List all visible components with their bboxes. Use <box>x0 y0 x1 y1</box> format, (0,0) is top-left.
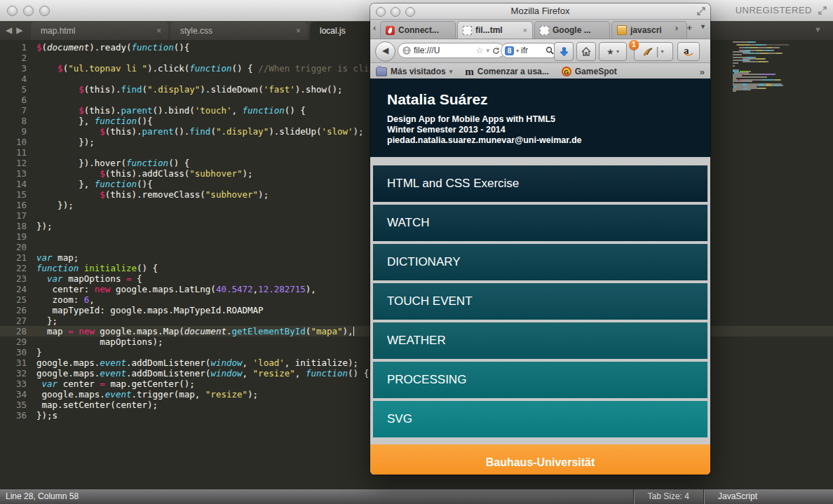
line-number: 21 <box>0 252 27 263</box>
tab-label: map.html <box>41 26 75 36</box>
menu-item[interactable]: DICTIONARY <box>373 244 707 280</box>
browser-tab[interactable]: Google ... <box>534 21 610 39</box>
m-site-icon: m <box>465 67 474 76</box>
header-subtitle-2: Winter Semester 2013 - 2014 <box>387 125 710 135</box>
tab-nav-back-icon[interactable]: ◀ <box>6 25 16 35</box>
firefox-navbar: ◀ file:///U ☆ ▾ 8 ▾ ifr <box>370 39 710 63</box>
firefox-window-controls <box>376 7 415 17</box>
line-number: 34 <box>0 389 27 400</box>
editor-tab[interactable]: style.css× <box>170 22 308 40</box>
notification-badge: 1 <box>629 40 639 50</box>
close-window-button[interactable] <box>7 6 18 16</box>
tab-overflow-icon[interactable]: ▼ <box>814 25 822 34</box>
minimap[interactable] <box>733 41 794 92</box>
addon-button-group[interactable]: | ▾ <box>634 42 673 61</box>
tab-close-icon[interactable]: × <box>296 22 301 40</box>
search-text[interactable]: ifr <box>521 46 543 55</box>
home-icon <box>581 47 591 56</box>
line-number: 30 <box>0 347 27 357</box>
amazon-button[interactable]: a <box>677 42 700 61</box>
status-cells: Tab Size: 4JavaScript <box>633 489 771 504</box>
menu-item[interactable]: PROCESSING <box>373 362 707 398</box>
amazon-icon: a <box>684 47 693 56</box>
close-window-button[interactable] <box>376 7 386 17</box>
bookmark-item[interactable]: GGameSpot <box>562 67 617 76</box>
browser-tab[interactable]: Connect... <box>380 21 456 39</box>
zoom-window-button[interactable] <box>405 7 415 17</box>
page-header: Natalia Suárez Design App for Mobile App… <box>370 79 710 157</box>
menu-item[interactable]: SVG <box>373 401 707 437</box>
bookmarks-dropdown-icon: ▾ <box>616 48 619 55</box>
minimize-window-button[interactable] <box>23 6 34 16</box>
line-number: 7 <box>0 105 27 116</box>
sublime-statusbar: Line 28, Column 58 Tab Size: 4JavaScript <box>0 489 833 504</box>
minimize-window-button[interactable] <box>391 7 400 17</box>
line-number: 31 <box>0 357 27 368</box>
js-tab-icon <box>617 25 627 35</box>
menu-item[interactable]: WEATHER <box>373 322 707 359</box>
home-button[interactable] <box>576 42 596 61</box>
bookmarks-menu-button[interactable]: ★ ▾ <box>599 42 627 61</box>
page-title: Natalia Suárez <box>387 91 710 108</box>
bookmarks-overflow-icon[interactable]: » <box>700 67 705 77</box>
tab-label: Google ... <box>553 25 591 35</box>
search-engine-dropdown-icon[interactable]: ▾ <box>516 48 519 54</box>
list-tabs-icon[interactable]: ▾ <box>701 22 705 30</box>
line-number: 17 <box>0 210 27 221</box>
menu-item[interactable]: TOUCH EVENT <box>373 283 707 320</box>
menu-item[interactable]: HTML and CSS Exercise <box>373 165 707 202</box>
tab-close-icon[interactable]: × <box>523 26 527 34</box>
bookmark-item[interactable]: mComenzar a usa... <box>465 67 549 76</box>
line-number: 6 <box>0 95 27 105</box>
syntax-label[interactable]: JavaScript <box>703 489 771 504</box>
line-number: 1 <box>0 42 27 53</box>
tab-nav-forward-icon[interactable]: ▶ <box>16 25 27 35</box>
bookmark-label: Comenzar a usa... <box>478 67 549 76</box>
search-magnifier-icon[interactable] <box>546 46 554 55</box>
unregistered-label: UNREGISTERED <box>736 5 812 15</box>
line-number: 22 <box>0 263 27 273</box>
line-number: 32 <box>0 368 27 379</box>
line-number: 8 <box>0 116 27 126</box>
line-number-gutter: 1234567891011121314151617181920212223242… <box>0 42 27 421</box>
line-number: 14 <box>0 179 27 189</box>
scroll-tabs-left-icon[interactable]: ‹ <box>373 22 376 33</box>
editor-tab[interactable]: map.html× <box>31 22 168 40</box>
text-caret <box>353 327 354 336</box>
back-button[interactable]: ◀ <box>375 41 395 62</box>
search-engine-icon[interactable]: 8 <box>505 46 514 55</box>
url-text[interactable]: file:///U <box>414 46 473 55</box>
tab-size-label[interactable]: Tab Size: 4 <box>633 489 703 504</box>
new-tab-button[interactable]: + <box>686 22 692 33</box>
resize-icon[interactable] <box>696 6 706 16</box>
url-dropdown-icon[interactable]: ▾ <box>486 47 489 54</box>
line-number: 15 <box>0 189 27 200</box>
url-bar[interactable]: file:///U ☆ ▾ <box>398 43 505 58</box>
line-number: 10 <box>0 137 27 147</box>
line-number: 3 <box>0 63 27 74</box>
search-bar[interactable]: 8 ▾ ifr <box>501 43 558 58</box>
zoom-window-button[interactable] <box>39 6 50 16</box>
header-subtitle-1: Design App for Mobile Apps with HTML5 <box>387 114 710 125</box>
line-number: 24 <box>0 284 27 294</box>
line-number: 18 <box>0 221 27 231</box>
page-footer-link[interactable]: Bauhaus-Universität <box>370 444 710 475</box>
line-number: 2 <box>0 53 27 63</box>
line-number: 23 <box>0 273 27 284</box>
scroll-tabs-right-icon[interactable]: › <box>675 22 678 33</box>
line-number: 13 <box>0 168 27 179</box>
menu-item[interactable]: WATCH <box>373 205 707 241</box>
browser-tab[interactable]: fil...tml× <box>457 21 533 39</box>
firefox-window: Mozilla Firefox ‹ Connect...fil...tml×Go… <box>370 4 710 475</box>
downloads-button[interactable] <box>554 42 574 61</box>
firefox-tab-strip: Connect...fil...tml×Google ...javascri <box>380 21 687 39</box>
cursor-position-label[interactable]: Line 28, Column 58 <box>6 491 79 501</box>
gamespot-favicon: G <box>562 67 571 76</box>
bookmark-item[interactable]: Más visitados▾ <box>376 67 452 76</box>
reload-icon[interactable] <box>492 47 500 55</box>
tab-close-icon[interactable]: × <box>156 22 161 40</box>
bookmark-star-icon[interactable]: ☆ <box>476 46 484 55</box>
line-number: 9 <box>0 126 27 137</box>
line-number: 4 <box>0 74 27 84</box>
line-number: 16 <box>0 200 27 210</box>
